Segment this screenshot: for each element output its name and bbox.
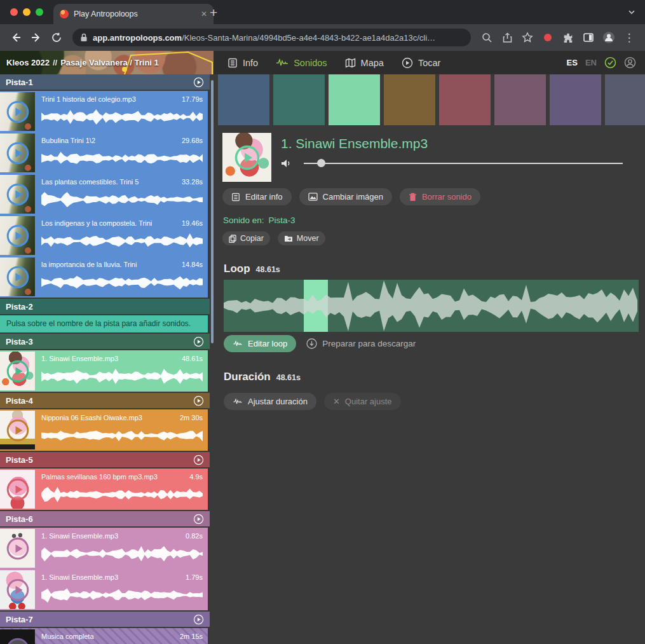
- track-header-pista-5[interactable]: Pista-5: [0, 452, 210, 467]
- change-image-button[interactable]: Cambiar imágen: [299, 188, 392, 205]
- track-color-tab-4[interactable]: [384, 74, 435, 125]
- zoom-icon[interactable]: [477, 28, 496, 47]
- delete-sound-button[interactable]: Borrar sonido: [400, 188, 480, 205]
- volume-slider-knob[interactable]: [317, 159, 325, 167]
- track-name: Pista-7: [6, 615, 33, 624]
- track-color-tab-1[interactable]: [218, 74, 269, 125]
- play-icon[interactable]: [6, 478, 29, 501]
- track-color-tab-6[interactable]: [494, 74, 546, 125]
- loop-waveform[interactable]: [224, 280, 639, 332]
- clip-row[interactable]: 1. Sinawi Ensemble.mp30.82s: [0, 528, 208, 569]
- tab-close-icon[interactable]: ✕: [201, 10, 207, 18]
- clip-thumbnail[interactable]: [0, 134, 35, 172]
- close-window-button[interactable]: [10, 8, 18, 16]
- track-play-button[interactable]: [193, 395, 204, 406]
- play-icon[interactable]: [6, 224, 29, 247]
- account-icon[interactable]: [624, 57, 636, 69]
- track-color-tab-2[interactable]: [273, 74, 325, 125]
- track-header-pista-3[interactable]: Pista-3: [0, 334, 210, 349]
- track-play-button[interactable]: [193, 455, 204, 465]
- prepare-download-button[interactable]: Preparar para descargar: [306, 338, 416, 349]
- record-extension-icon[interactable]: [538, 28, 557, 47]
- nav-tab-info[interactable]: Info: [227, 58, 258, 68]
- clip-thumbnail[interactable]: [0, 92, 35, 131]
- track-color-tab-5[interactable]: [439, 74, 491, 125]
- minimize-window-button[interactable]: [23, 8, 31, 16]
- track-color-tab-7[interactable]: [550, 74, 601, 125]
- track-play-button[interactable]: [193, 514, 204, 524]
- lang-en[interactable]: EN: [585, 58, 597, 67]
- address-bar[interactable]: app.antropoloops.com/Kleos-Santa-Marina/…: [72, 29, 471, 46]
- track-play-button[interactable]: [193, 614, 204, 625]
- clip-waveform: [41, 150, 203, 167]
- extensions-puzzle-icon[interactable]: [559, 28, 578, 47]
- play-icon[interactable]: [234, 145, 260, 170]
- saved-check-icon[interactable]: [604, 57, 616, 69]
- clip-row[interactable]: Los indigenas y la compostela. Trini19.4…: [0, 215, 208, 256]
- clip-thumbnail[interactable]: [0, 257, 35, 296]
- bookmark-star-icon[interactable]: [518, 28, 537, 47]
- clear-adjust-button[interactable]: ✕ Quitar ajuste: [324, 393, 401, 410]
- sound-thumbnail[interactable]: [222, 133, 271, 182]
- browser-menu-icon[interactable]: ⋮: [620, 28, 639, 47]
- map-banner[interactable]: Kleos 2022//Pasaje Valvanera / Trini 1: [0, 51, 214, 74]
- nav-tab-mapa[interactable]: Mapa: [345, 58, 384, 68]
- clip-row[interactable]: 1. Sinawi Ensemble.mp31.79s: [0, 569, 208, 610]
- browser-profile-avatar[interactable]: [599, 28, 618, 47]
- clip-thumbnail[interactable]: [0, 629, 35, 644]
- clip-row[interactable]: Las plantas comestibles. Trini 533.28s: [0, 174, 208, 215]
- lang-es[interactable]: ES: [567, 58, 578, 67]
- play-icon[interactable]: [6, 183, 29, 206]
- clip-row[interactable]: Palmas sevillanas 160 bpm mp3.mp34.9s: [0, 469, 208, 510]
- new-tab-button[interactable]: +: [210, 4, 217, 21]
- track-header-pista-2[interactable]: Pista-2: [0, 299, 210, 314]
- play-icon[interactable]: [6, 638, 29, 644]
- play-icon[interactable]: [6, 537, 29, 560]
- play-icon[interactable]: [6, 579, 29, 601]
- volume-slider-track[interactable]: [304, 163, 623, 164]
- side-panel-icon[interactable]: [579, 28, 598, 47]
- clip-thumbnail[interactable]: [0, 411, 35, 449]
- clip-row[interactable]: la importancia de la lluvia. Trini14.84s: [0, 256, 208, 298]
- track-header-pista-4[interactable]: Pista-4: [0, 393, 210, 408]
- clip-thumbnail[interactable]: [0, 570, 35, 609]
- play-icon[interactable]: [6, 266, 29, 289]
- clip-row[interactable]: Bubulina Trini 1\229.68s: [0, 132, 208, 174]
- clip-row[interactable]: Trini 1 historia del colegio.mp317.79s: [0, 91, 208, 132]
- move-button[interactable]: Mover: [278, 231, 325, 245]
- forward-icon[interactable]: [27, 28, 46, 47]
- clip-row[interactable]: Musica completa2m 15s: [0, 628, 208, 644]
- nav-tab-sonidos[interactable]: Sonidos: [276, 58, 327, 68]
- clip-duration: 1.79s: [182, 573, 203, 581]
- edit-info-button[interactable]: Editar info: [222, 188, 292, 205]
- maximize-window-button[interactable]: [36, 8, 43, 16]
- browser-tab[interactable]: Play Antropoloops ✕: [53, 4, 214, 24]
- sound-in-track-link[interactable]: Pista-3: [269, 216, 295, 225]
- clip-thumbnail[interactable]: [0, 175, 35, 214]
- track-color-tab-3-active[interactable]: [329, 74, 380, 125]
- clip-thumbnail[interactable]: [0, 529, 35, 568]
- play-icon[interactable]: [6, 419, 29, 442]
- clip-thumbnail[interactable]: [0, 352, 35, 390]
- track-play-button[interactable]: [193, 336, 204, 347]
- copy-button[interactable]: Copiar: [222, 231, 270, 245]
- nav-tab-tocar[interactable]: Tocar: [402, 57, 440, 69]
- edit-loop-button[interactable]: Editar loop: [224, 335, 296, 352]
- play-icon[interactable]: [6, 100, 29, 123]
- share-icon[interactable]: [498, 28, 517, 47]
- play-icon[interactable]: [6, 142, 29, 165]
- clip-row[interactable]: 1. Sinawi Ensemble.mp348.61s: [0, 350, 208, 392]
- reload-icon[interactable]: [47, 28, 66, 47]
- clip-row[interactable]: Nipponia 06 Esashi Oiwake.mp32m 30s: [0, 409, 208, 451]
- track-header-pista-7[interactable]: Pista-7: [0, 612, 210, 627]
- back-icon[interactable]: [6, 28, 25, 47]
- adjust-duration-button[interactable]: Ajustar duración: [224, 393, 316, 410]
- clip-thumbnail[interactable]: [0, 216, 35, 255]
- play-icon[interactable]: [6, 360, 29, 383]
- clip-thumbnail[interactable]: [0, 470, 35, 509]
- track-play-button[interactable]: [193, 77, 204, 88]
- chevron-down-icon[interactable]: [627, 8, 636, 17]
- track-color-tab-8[interactable]: [605, 74, 645, 125]
- track-header-pista-1[interactable]: Pista-1: [0, 74, 210, 90]
- track-header-pista-6[interactable]: Pista-6: [0, 511, 210, 526]
